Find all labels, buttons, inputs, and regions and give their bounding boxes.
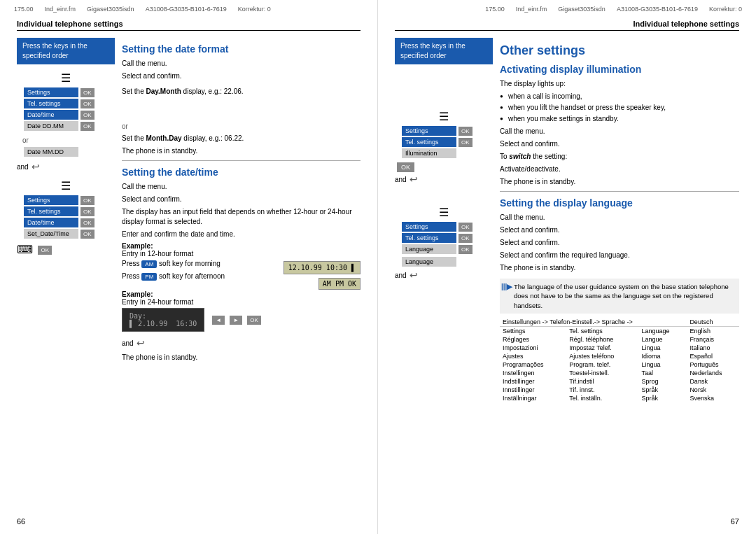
lang-r8-c2: Tif. innst. [566, 386, 638, 394]
menu-item-date-ddmm: ⬇ Date DD.MM OK [17, 121, 115, 131]
ok-btn-r5: OK [458, 245, 472, 254]
lang-r9-c3: Språk [639, 394, 687, 402]
lang-r4-c2: Ajustes teléfono [566, 352, 638, 360]
keyboard-icon: ⌨ OK [17, 243, 115, 256]
lang-r4-c3: Idioma [639, 352, 687, 360]
menu-item-settings-r1: ⬇ Settings OK [395, 126, 493, 136]
illumination-step1: Call the menu. [500, 127, 739, 136]
arrow-icon-8: ⬇ [17, 219, 22, 227]
arrow-icon-6: ⬇ [17, 197, 22, 204]
switch-word: switch [509, 153, 531, 160]
and-text-r2: and [395, 272, 407, 279]
ok-btn-5: OK [80, 196, 94, 205]
menu-item-language2: ⬇ Language [395, 257, 493, 267]
datetime-label-2: Date/time [24, 218, 78, 227]
illumination-label: Illumination [402, 148, 456, 158]
lang-r2-c3: Langue [639, 335, 687, 344]
right-page: Individual telephone settings Press the … [378, 0, 756, 534]
lang-r2-c2: Régl. téléphone [566, 335, 638, 344]
lang-r2-c4: Français [687, 335, 739, 344]
menu-icon: ☰ [17, 71, 115, 85]
back-arrow-r2: ↩ [410, 269, 418, 281]
lang-r1-c4: English [687, 326, 739, 335]
lang-r6-c4: Nederlands [687, 369, 739, 377]
lang-row-8: Innstillinger Tif. innst. Språk Norsk [500, 386, 739, 394]
menu-item-settings: ⬇ Settings OK [17, 87, 115, 97]
ok-btn-4: OK [80, 122, 94, 131]
right-text-panel: Setting the date format Call the menu. S… [122, 38, 360, 365]
menu-item-date-mmddd: ⬇ Date MM.DD [17, 147, 115, 157]
ok-btn-2: OK [80, 99, 94, 108]
back-arrow-r1: ↩ [410, 174, 418, 185]
arrow-icon-r7: ⬇ [395, 258, 400, 266]
date-ddmm-label: Date DD.MM [24, 121, 78, 131]
lang-row-1: Settings Tel. settings Language English [500, 326, 739, 335]
example-2-label: Example: [122, 290, 360, 298]
lang-r3-c1: Impostazioni [500, 344, 566, 352]
menu-item-datetime: ⬇ Date/time OK [17, 110, 115, 120]
menu-item-tel-settings-r2: ⬇ Tel. settings OK [395, 233, 493, 243]
arrow-icon-2: ⬇ [17, 100, 22, 108]
day-month-text: Set the Day.Month display, e.g.: 22.06. [122, 87, 360, 97]
time-display-24hr: Day:▌ 2.10.99 16:30 [122, 308, 204, 332]
and-arrow-1: and ↩ [17, 161, 115, 172]
lang-r3-c3: Lingua [639, 344, 687, 352]
lang-r3-c4: Italiano [687, 344, 739, 352]
menu-item-settings-r2: ⬇ Settings OK [395, 222, 493, 232]
right-content-area: Press the keys in the specified order ☰ … [395, 38, 739, 402]
ok-btn-1: OK [80, 88, 94, 97]
ok-activate-btn[interactable]: OK [397, 162, 414, 172]
ok-btn-6: OK [80, 207, 94, 216]
lang-row-4: Ajustes Ajustes teléfono Idioma Español [500, 352, 739, 360]
ok-btn-r1: OK [458, 127, 472, 136]
left-nav-btn[interactable]: ◄ [212, 316, 225, 325]
month-day-text: Set the Month.Day display, e.g.: 06.22. [122, 134, 360, 143]
lang-r1-c1: Settings [500, 326, 566, 335]
am-label: Press AM soft key for morning [122, 259, 278, 269]
menu-item-datetime-2: ⬇ Date/time OK [17, 218, 115, 227]
date-mmdd-label: Date MM.DD [24, 147, 78, 157]
right-nav-btn[interactable]: ► [230, 316, 242, 325]
ok-btn-3: OK [80, 111, 94, 120]
left-header: Individual telephone settings [17, 20, 360, 31]
lang-standby: The phone is in standby. [500, 263, 739, 273]
arrow-icon-1: ⬇ [17, 89, 22, 97]
illumination-title: Activating display illumination [500, 64, 739, 75]
ampm-display: AM PM OK [318, 278, 360, 290]
arrow-icon-r1: ⬇ [395, 127, 400, 135]
and-arrow-2: and ↩ [122, 337, 360, 349]
example-1-block: Example: Entry in 12-hour format Press A… [122, 242, 360, 288]
lang-row-9: Inställningar Tel. inställn. Språk Svens… [500, 394, 739, 402]
lang-step4: Select and confirm the required language… [500, 251, 739, 260]
lang-r7-c2: Tif.indstil [566, 377, 638, 386]
date-time-menu-section: ☰ ⬇ Settings OK ⬇ Tel. settings OK [17, 179, 115, 256]
right-header: Individual telephone settings [395, 20, 739, 31]
menu-icon-right-2: ☰ [395, 206, 493, 219]
ok-btn-confirm[interactable]: OK [247, 316, 261, 325]
menu-item-illumination: ⬇ Illumination [395, 148, 493, 158]
language-menu-section: ☰ ⬇ Settings OK ⬇ Tel. settings OK ⬇ Lan… [395, 206, 493, 281]
tel-settings-label-2: Tel. settings [24, 206, 78, 216]
settings-label-r2: Settings [402, 222, 456, 232]
bullet-2: when you lift the handset or press the s… [500, 103, 739, 113]
and-arrow-r2: and ↩ [395, 269, 493, 281]
arrow-icon-9: ⬇ [17, 230, 22, 238]
pm-soft-btn[interactable]: PM [141, 273, 157, 281]
lang-r1-c3: Language [639, 326, 687, 335]
lang-r2-c1: Réglages [500, 335, 566, 344]
other-settings-title: Other settings [500, 43, 739, 58]
lang-r7-c4: Dansk [687, 377, 739, 386]
example-2-block: Example: Entry in 24-hour format Day:▌ 2… [122, 290, 360, 332]
date-time-step1: Call the menu. [122, 182, 360, 192]
illumination-menu-section: ☰ ⬇ Settings OK ⬇ Tel. settings OK ⬇ Ill… [395, 110, 493, 185]
or-text: or [22, 136, 115, 144]
pm-label: Press PM soft key for afternoon [122, 272, 278, 281]
back-arrow-2: ↩ [136, 337, 145, 349]
lang-step3: Select and confirm. [500, 238, 739, 248]
or-label: or [122, 122, 360, 132]
lang-table-header-row: Einstellungen -> Telefon-Einstell.-> Spr… [500, 318, 739, 327]
nav-btns: ◄ ► OK [210, 316, 261, 325]
lang-r5-c4: Português [687, 360, 739, 369]
am-soft-btn[interactable]: AM [141, 260, 157, 268]
ok-btn-8: OK [80, 230, 94, 239]
